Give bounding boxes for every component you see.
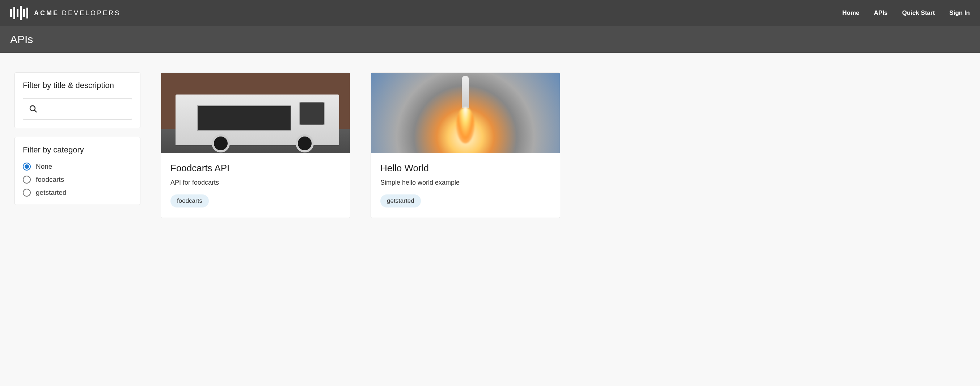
category-label: foodcarts <box>36 175 64 183</box>
card-image-rocket-launch <box>371 73 560 153</box>
category-radio-group: None foodcarts getstarted <box>23 163 132 197</box>
search-icon <box>29 105 38 113</box>
page-title: APIs <box>10 33 970 46</box>
category-option-foodcarts[interactable]: foodcarts <box>23 175 132 183</box>
card-title: Foodcarts API <box>170 163 340 174</box>
brand-name-bold: ACME <box>34 10 59 17</box>
filter-category-title: Filter by category <box>23 145 132 155</box>
card-title: Hello World <box>380 163 550 174</box>
api-card-hello-world[interactable]: Hello World Simple hello world example g… <box>371 72 560 218</box>
card-tag[interactable]: getstarted <box>380 195 421 207</box>
search-input[interactable] <box>42 106 126 112</box>
filter-category-panel: Filter by category None foodcarts getsta… <box>14 137 140 205</box>
filter-text-title: Filter by title & description <box>23 81 132 90</box>
api-card-grid: Foodcarts API API for foodcarts foodcart… <box>161 72 966 218</box>
category-label: None <box>36 163 52 171</box>
brand-logo[interactable]: ACMEDEVELOPERS <box>10 6 121 20</box>
page-subheader: APIs <box>0 26 980 53</box>
filter-text-panel: Filter by title & description <box>14 72 140 128</box>
nav-home[interactable]: Home <box>843 10 859 17</box>
svg-line-1 <box>34 110 37 112</box>
card-description: Simple hello world example <box>380 179 550 187</box>
nav-quick-start[interactable]: Quick Start <box>902 10 935 17</box>
category-label: getstarted <box>36 189 67 197</box>
nav-sign-in[interactable]: Sign In <box>949 10 970 17</box>
card-image-food-truck <box>161 73 350 153</box>
top-navigation-bar: ACMEDEVELOPERS Home APIs Quick Start Sig… <box>0 0 980 26</box>
radio-selected-icon <box>23 163 31 171</box>
card-tag[interactable]: foodcarts <box>170 195 209 207</box>
card-description: API for foodcarts <box>170 179 340 187</box>
search-box[interactable] <box>23 98 132 120</box>
api-card-foodcarts[interactable]: Foodcarts API API for foodcarts foodcart… <box>161 72 350 218</box>
filter-sidebar: Filter by title & description Filter by … <box>14 72 140 205</box>
category-option-getstarted[interactable]: getstarted <box>23 189 132 197</box>
card-body: Foodcarts API API for foodcarts foodcart… <box>161 153 350 218</box>
primary-nav: Home APIs Quick Start Sign In <box>843 10 970 17</box>
radio-unselected-icon <box>23 175 31 183</box>
main-content: Filter by title & description Filter by … <box>0 53 980 238</box>
logo-bars-icon <box>10 6 28 20</box>
brand-text: ACMEDEVELOPERS <box>34 10 121 17</box>
brand-name-light: DEVELOPERS <box>62 10 121 17</box>
card-body: Hello World Simple hello world example g… <box>371 153 560 218</box>
nav-apis[interactable]: APIs <box>874 10 888 17</box>
category-option-none[interactable]: None <box>23 163 132 171</box>
svg-point-0 <box>30 106 35 111</box>
radio-unselected-icon <box>23 189 31 197</box>
